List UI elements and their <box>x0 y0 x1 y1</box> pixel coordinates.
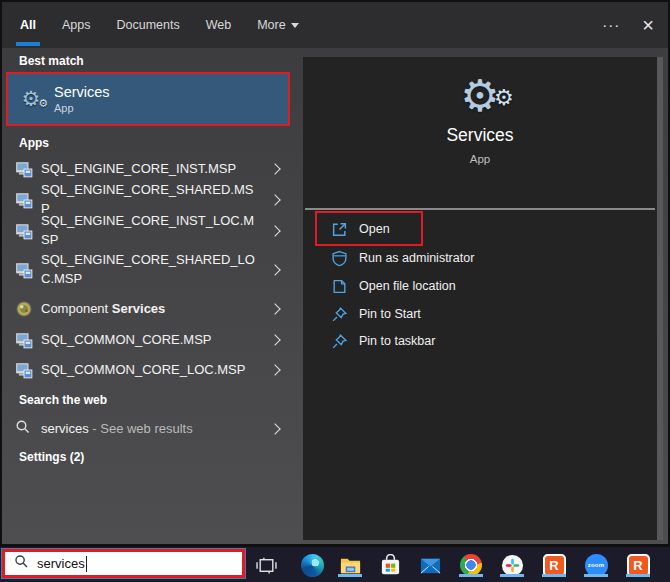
list-item-sql-engine-core-shared-loc[interactable]: SQL_ENGINE_CORE_SHARED_LOC.MSP <box>2 247 295 293</box>
action-pin-to-start[interactable]: Pin to Start <box>303 300 657 328</box>
list-item-label: SQL_COMMON_CORE_LOC.MSP <box>41 361 259 380</box>
chevron-down-icon <box>291 23 299 28</box>
list-item-sql-engine-core-shared[interactable]: SQL_ENGINE_CORE_SHARED.MSP <box>2 185 295 215</box>
chevron-right-icon[interactable] <box>269 303 280 314</box>
pin-icon <box>331 333 348 350</box>
apps-header: Apps <box>19 136 49 150</box>
chevron-right-icon[interactable] <box>269 264 280 275</box>
action-label: Open file location <box>359 279 456 293</box>
action-label: Pin to Start <box>359 307 421 321</box>
overflow-menu-icon[interactable]: ··· <box>602 20 620 30</box>
running-indicator <box>459 574 483 577</box>
installer-icon <box>15 191 33 209</box>
task-view-icon[interactable] <box>254 553 278 577</box>
divider <box>305 208 655 210</box>
list-item-label: SQL_ENGINE_CORE_INST_LOC.MSP <box>41 212 259 250</box>
annotation-box-open <box>315 211 423 246</box>
running-indicator <box>500 574 524 577</box>
slack-icon[interactable] <box>500 553 524 577</box>
search-flyout: All Apps Documents Web More ··· <box>2 2 668 544</box>
tab-more[interactable]: More <box>257 2 298 48</box>
action-label: Run as administrator <box>359 251 474 265</box>
tab-documents[interactable]: Documents <box>116 2 179 48</box>
list-item-label: SQL_ENGINE_CORE_SHARED_LOC.MSP <box>41 251 259 289</box>
action-open-file-location[interactable]: Open file location <box>303 272 657 300</box>
file-explorer-icon[interactable] <box>338 553 362 577</box>
detail-app-title: Services <box>303 125 657 146</box>
tab-apps[interactable]: Apps <box>62 2 91 48</box>
screen: All Apps Documents Web More ··· <box>0 0 670 582</box>
file-location-icon <box>331 278 348 295</box>
text-caret <box>86 556 87 572</box>
ringcentral-icon-2[interactable]: R <box>626 553 650 577</box>
installer-icon <box>15 331 33 349</box>
tab-more-label: More <box>257 18 285 32</box>
installer-icon <box>15 222 33 240</box>
search-icon <box>15 419 33 439</box>
tab-all-label: All <box>20 18 36 32</box>
tab-web[interactable]: Web <box>206 2 231 48</box>
list-item-sql-engine-core-inst-loc[interactable]: SQL_ENGINE_CORE_INST_LOC.MSP <box>2 216 295 246</box>
action-run-as-administrator[interactable]: Run as administrator <box>303 244 657 272</box>
microsoft-store-icon[interactable] <box>378 553 402 577</box>
topbar-actions: ··· × <box>602 2 654 48</box>
scrollbar[interactable] <box>657 57 663 540</box>
running-indicator <box>542 574 566 577</box>
running-indicator <box>626 574 650 577</box>
component-services-icon <box>15 300 33 318</box>
edge-icon[interactable] <box>300 553 324 577</box>
list-item-label: SQL_COMMON_CORE.MSP <box>41 331 259 350</box>
list-item-sql-engine-core-inst[interactable]: SQL_ENGINE_CORE_INST.MSP <box>2 154 295 184</box>
list-item-web-search[interactable]: services - See web results <box>2 414 295 444</box>
search-filter-bar: All Apps Documents Web More ··· <box>2 2 668 48</box>
zoom-icon[interactable]: zoom <box>584 553 608 577</box>
installer-icon <box>15 261 33 279</box>
chevron-right-icon[interactable] <box>269 194 280 205</box>
taskbar: services R zoom <box>0 547 670 582</box>
chrome-icon[interactable] <box>459 553 483 577</box>
chevron-right-icon[interactable] <box>269 423 280 434</box>
chrome-logo <box>460 554 482 576</box>
tab-apps-label: Apps <box>62 18 91 32</box>
installer-icon <box>15 160 33 178</box>
services-gear-icon: ⚙⚙ <box>8 89 54 109</box>
list-item-label: services - See web results <box>41 420 259 439</box>
services-gear-icon-large: ⚙⚙ <box>460 73 499 119</box>
search-web-header: Search the web <box>19 393 107 407</box>
best-match-result-services[interactable]: ⚙⚙ Services App <box>6 72 290 126</box>
tab-all[interactable]: All <box>20 2 36 48</box>
settings-header: Settings (2) <box>19 450 84 464</box>
running-indicator <box>584 574 608 577</box>
taskbar-search-input[interactable]: services <box>2 549 245 578</box>
active-tab-underline <box>16 42 40 46</box>
running-indicator <box>338 574 362 577</box>
list-item-label: SQL_ENGINE_CORE_INST.MSP <box>41 160 259 179</box>
shield-icon <box>331 250 348 267</box>
chevron-right-icon[interactable] <box>269 334 280 345</box>
chevron-right-icon[interactable] <box>269 225 280 236</box>
detail-app-subtitle: App <box>303 153 657 165</box>
installer-icon <box>15 361 33 379</box>
ringcentral-icon[interactable]: R <box>542 553 566 577</box>
search-icon <box>14 554 29 573</box>
best-match-text: Services App <box>54 84 110 114</box>
services-gear-small-icon: ⚙ <box>38 93 48 113</box>
chevron-right-icon[interactable] <box>269 163 280 174</box>
action-label: Pin to taskbar <box>359 334 435 348</box>
list-item-sql-common-core-loc[interactable]: SQL_COMMON_CORE_LOC.MSP <box>2 355 295 385</box>
mail-icon[interactable] <box>418 553 442 577</box>
detail-panel: ⚙⚙ Services App Open Run as administrato… <box>303 57 657 540</box>
results-panel: Best match ⚙⚙ Services App Apps SQL_ENGI… <box>2 48 295 544</box>
list-item-component-services[interactable]: Component Services <box>2 294 295 324</box>
best-match-header: Best match <box>19 54 84 68</box>
best-match-title: Services <box>54 84 110 100</box>
chevron-right-icon[interactable] <box>269 364 280 375</box>
tab-documents-label: Documents <box>116 18 179 32</box>
filter-tabs: All Apps Documents Web More <box>20 2 299 48</box>
best-match-subtitle: App <box>54 102 110 114</box>
list-item-sql-common-core[interactable]: SQL_COMMON_CORE.MSP <box>2 325 295 355</box>
close-icon[interactable]: × <box>642 16 654 34</box>
app-hero: ⚙⚙ Services App <box>303 57 657 165</box>
action-pin-to-taskbar[interactable]: Pin to taskbar <box>303 327 657 355</box>
list-item-label: Component Services <box>41 300 259 319</box>
